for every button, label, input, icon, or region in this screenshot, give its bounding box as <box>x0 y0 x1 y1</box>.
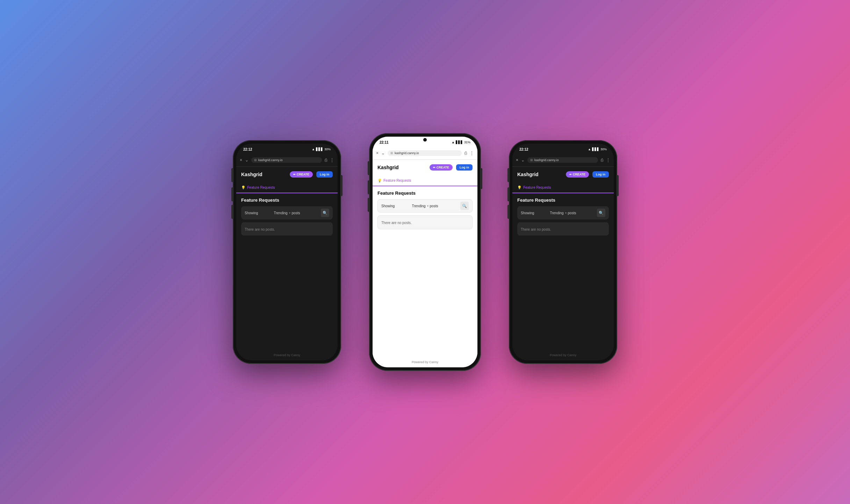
bulb-icon-left: 💡 <box>241 186 245 189</box>
app-logo-left: Kashgrid <box>241 172 286 177</box>
pencil-icon-center <box>433 166 435 169</box>
app-header-right: Kashgrid CREATE Log in <box>512 167 614 182</box>
close-button-center[interactable]: × <box>376 151 379 156</box>
status-bar-left: 22:12 ▲ ▋▋▋ 30% <box>236 144 338 153</box>
app-header-left: Kashgrid CREATE Log in <box>236 167 338 182</box>
chevron-button-left[interactable]: ⌄ <box>245 158 248 163</box>
search-button-right[interactable]: 🔍 <box>597 209 605 217</box>
posts-label-right: posts <box>568 211 596 215</box>
create-label-left: CREATE <box>297 173 309 176</box>
app-header-center: Kashgrid CREATE Log in <box>373 160 477 175</box>
screen-right: 22:12 ▲ ▋▋▋ 30% × ⌄ ⊞ kashgrid.canny.io … <box>512 144 614 360</box>
nav-tab-center[interactable]: 💡 Feature Requests <box>373 175 477 186</box>
more-button-right[interactable]: ⋮ <box>606 158 610 163</box>
posts-label-center: posts <box>430 204 459 208</box>
footer-left: Powered by Canny <box>236 348 338 360</box>
chevron-button-center[interactable]: ⌄ <box>381 151 385 156</box>
posts-label-left: posts <box>292 211 319 215</box>
empty-text-center: There are no posts. <box>381 221 412 225</box>
url-icon-center: ⊞ <box>390 151 393 155</box>
status-time-left: 22:12 <box>243 147 252 151</box>
showing-label-center: Showing <box>381 204 410 208</box>
phone-left: 22:12 ▲ ▋▋▋ 30% × ⌄ ⊞ kashgrid.canny.io … <box>233 140 341 364</box>
more-button-left[interactable]: ⋮ <box>330 158 334 163</box>
status-icons-center: ▲ ▋▋▋ 31% <box>452 141 470 144</box>
footer-text-left: Powered by Canny <box>274 353 300 357</box>
status-time-center: 22:11 <box>380 141 389 144</box>
page-title-left: Feature Requests <box>241 197 333 203</box>
pencil-icon-left <box>293 173 296 176</box>
trending-chevron-right: ▾ <box>565 211 567 215</box>
footer-text-right: Powered by Canny <box>550 353 576 357</box>
nav-tab-right[interactable]: 💡 Feature Requests <box>512 182 614 193</box>
wifi-icon-center: ▲ <box>452 141 455 144</box>
page-title-right: Feature Requests <box>517 197 609 203</box>
empty-state-right: There are no posts. <box>517 222 609 236</box>
status-bar-right: 22:12 ▲ ▋▋▋ 30% <box>512 144 614 153</box>
app-logo-right: Kashgrid <box>517 172 562 177</box>
create-label-right: CREATE <box>573 173 585 176</box>
close-button-right[interactable]: × <box>516 158 518 163</box>
search-button-left[interactable]: 🔍 <box>321 209 329 217</box>
nav-tab-label-left: Feature Requests <box>247 186 275 189</box>
empty-text-left: There are no posts. <box>245 228 275 231</box>
url-bar-left[interactable]: ⊞ kashgrid.canny.io <box>251 157 322 163</box>
status-icons-right: ▲ ▋▋▋ 30% <box>588 147 607 151</box>
signal-icon-right: ▋▋▋ <box>592 147 599 151</box>
url-text-left: kashgrid.canny.io <box>258 158 282 162</box>
url-text-right: kashgrid.canny.io <box>534 158 559 162</box>
create-label-center: CREATE <box>437 166 449 169</box>
url-bar-right[interactable]: ⊞ kashgrid.canny.io <box>527 157 598 163</box>
login-button-center[interactable]: Log in <box>456 164 473 171</box>
browser-bar-right: × ⌄ ⊞ kashgrid.canny.io ⎙ ⋮ <box>512 153 614 167</box>
share-button-right[interactable]: ⎙ <box>601 158 603 163</box>
page-content-right: Feature Requests Showing Trending ▾ post… <box>512 193 614 348</box>
trending-label-left[interactable]: Trending <box>274 211 287 215</box>
empty-state-left: There are no posts. <box>241 222 333 236</box>
more-button-center[interactable]: ⋮ <box>470 151 474 156</box>
filter-bar-right: Showing Trending ▾ posts 🔍 <box>517 206 609 219</box>
url-bar-center[interactable]: ⊞ kashgrid.canny.io <box>388 150 462 156</box>
create-button-right[interactable]: CREATE <box>566 171 589 178</box>
trending-chevron-center: ▾ <box>427 204 428 208</box>
login-button-left[interactable]: Log in <box>316 171 333 178</box>
page-title-center: Feature Requests <box>377 190 473 196</box>
phone-right: 22:12 ▲ ▋▋▋ 30% × ⌄ ⊞ kashgrid.canny.io … <box>509 140 617 364</box>
pencil-icon-right <box>569 173 572 176</box>
footer-right: Powered by Canny <box>512 348 614 360</box>
bulb-icon-right: 💡 <box>517 186 521 189</box>
nav-tab-left[interactable]: 💡 Feature Requests <box>236 182 338 193</box>
login-button-right[interactable]: Log in <box>592 171 609 178</box>
browser-bar-left: × ⌄ ⊞ kashgrid.canny.io ⎙ ⋮ <box>236 153 338 167</box>
app-logo-center: Kashgrid <box>377 165 426 170</box>
url-icon-left: ⊞ <box>254 158 257 162</box>
battery-right: 30% <box>600 147 607 151</box>
status-icons-left: ▲ ▋▋▋ 30% <box>312 147 331 151</box>
wifi-icon-left: ▲ <box>312 147 315 151</box>
page-content-left: Feature Requests Showing Trending ▾ post… <box>236 193 338 348</box>
screen-left: 22:12 ▲ ▋▋▋ 30% × ⌄ ⊞ kashgrid.canny.io … <box>236 144 338 360</box>
chevron-button-right[interactable]: ⌄ <box>521 158 525 163</box>
search-button-center[interactable]: 🔍 <box>460 202 469 210</box>
showing-label-left: Showing <box>245 211 272 215</box>
create-button-center[interactable]: CREATE <box>430 164 453 171</box>
browser-bar-center: × ⌄ ⊞ kashgrid.canny.io ⎙ ⋮ <box>373 146 477 160</box>
share-button-center[interactable]: ⎙ <box>464 151 467 156</box>
screen-center: 22:11 ▲ ▋▋▋ 31% × ⌄ ⊞ kashgrid.canny.io … <box>373 137 477 367</box>
wifi-icon-right: ▲ <box>588 147 591 151</box>
trending-chevron-left: ▾ <box>289 211 290 215</box>
url-text-center: kashgrid.canny.io <box>395 151 419 155</box>
url-icon-right: ⊞ <box>530 158 533 162</box>
footer-text-center: Powered by Canny <box>412 360 438 364</box>
trending-label-right[interactable]: Trending <box>550 211 563 215</box>
footer-center: Powered by Canny <box>373 355 477 367</box>
create-button-left[interactable]: CREATE <box>290 171 313 178</box>
close-button-left[interactable]: × <box>240 158 242 163</box>
trending-label-center[interactable]: Trending <box>412 204 425 208</box>
battery-left: 30% <box>324 147 331 151</box>
status-time-right: 22:12 <box>519 147 528 151</box>
share-button-left[interactable]: ⎙ <box>325 158 327 163</box>
empty-state-center: There are no posts. <box>377 215 473 229</box>
empty-text-right: There are no posts. <box>521 228 551 231</box>
filter-bar-left: Showing Trending ▾ posts 🔍 <box>241 206 333 219</box>
